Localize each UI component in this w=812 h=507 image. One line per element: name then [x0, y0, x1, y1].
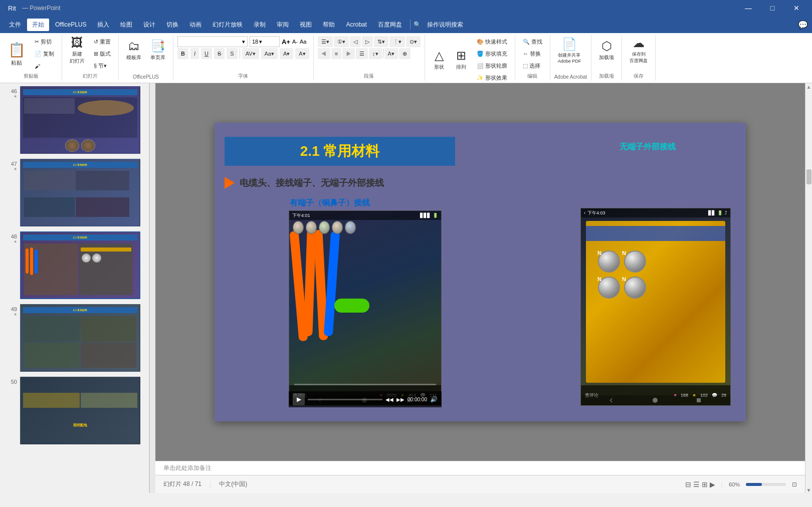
- menu-review[interactable]: 审阅: [272, 19, 294, 31]
- strikethrough-button[interactable]: S: [214, 48, 225, 59]
- align-left-button[interactable]: ⫷: [318, 48, 330, 59]
- volume-button[interactable]: 🔊: [430, 396, 438, 403]
- numbered-list-button[interactable]: ①▾: [334, 36, 349, 47]
- slide-img-50[interactable]: 照明配电: [20, 377, 140, 444]
- comment-icon[interactable]: 💬: [798, 20, 808, 30]
- replace-button[interactable]: ↔ 替换: [519, 48, 546, 59]
- slide-thumb-49[interactable]: 49 ★ 2.1 常用材料: [2, 303, 147, 373]
- menu-officeplus[interactable]: OfficePLUS: [50, 19, 91, 30]
- save-baidu-button[interactable]: ☁ 保存到百度网盘: [626, 36, 651, 64]
- menu-draw[interactable]: 绘图: [115, 19, 137, 31]
- font-color-button[interactable]: A▾: [280, 48, 293, 59]
- slide-img-48[interactable]: 2.1 常用材料: [20, 231, 140, 299]
- convert-smartart-btn[interactable]: ⊕: [399, 48, 411, 59]
- playback-controls[interactable]: ▶ ◀◀ ▶▶ 00:00:00 🔊: [289, 391, 442, 407]
- menu-design[interactable]: 设计: [138, 19, 160, 31]
- video-box-2[interactable]: ‹ 下午4:03 ▊▊ 🔋 ⤴: [580, 208, 731, 406]
- format-painter-button[interactable]: 🖌: [31, 61, 58, 72]
- shape-fill-button[interactable]: 🪣 形状填充: [473, 48, 511, 59]
- layout-button[interactable]: ⊞ 版式: [90, 48, 114, 59]
- close-button[interactable]: ✕: [785, 0, 808, 16]
- outline-view-button[interactable]: ☰: [693, 480, 700, 488]
- template-button[interactable]: 🗂 模板库: [123, 36, 145, 64]
- shadow-button[interactable]: S: [227, 48, 237, 59]
- slide-panel[interactable]: 46 ★ 2.1 常用材料 47 ★: [0, 83, 149, 493]
- menu-home[interactable]: 开始: [27, 19, 49, 31]
- minimize-button[interactable]: —: [737, 0, 760, 16]
- italic-button[interactable]: I: [190, 48, 199, 59]
- quickstyle-button[interactable]: 🎨 快速样式: [473, 36, 511, 47]
- bold-button[interactable]: B: [177, 48, 188, 59]
- maximize-button[interactable]: □: [761, 0, 784, 16]
- slide-thumb-46[interactable]: 46 ★ 2.1 常用材料: [2, 85, 147, 155]
- slide-img-47[interactable]: 2.1 常用材料: [20, 159, 140, 226]
- new-slide-button[interactable]: 🖼 新建幻灯片: [66, 36, 88, 64]
- decrease-font-button[interactable]: A-: [292, 39, 298, 45]
- justify-button[interactable]: ☰: [356, 48, 368, 59]
- comment-area[interactable]: 单击此处添加备注: [155, 461, 805, 475]
- select-button[interactable]: ⬚ 选择: [519, 60, 546, 71]
- slide-title-box[interactable]: 2.1 常用材料: [225, 137, 455, 166]
- menu-search[interactable]: 操作说明搜索: [422, 19, 468, 31]
- clear-format-button[interactable]: Aa: [300, 39, 306, 45]
- text-shadow-btn[interactable]: A▾: [384, 48, 398, 59]
- shape-effect-button[interactable]: ✨ 形状效果: [473, 72, 511, 83]
- video-box-1[interactable]: 下午4:01 ▊▊▊ 🔋: [289, 210, 442, 406]
- text-direction-button[interactable]: ⇅▾: [374, 36, 388, 47]
- scroll-down-btn[interactable]: ▼: [806, 487, 811, 493]
- grid-view-button[interactable]: ⊞: [702, 480, 708, 488]
- align-right-button[interactable]: ⫸: [342, 48, 355, 59]
- play-button[interactable]: ▶: [293, 393, 305, 405]
- slide-canvas[interactable]: 2.1 常用材料 电缆头、接线端子、无端子外部接线 有端子（铜鼻子）接线 无端子…: [215, 123, 746, 421]
- create-pdf-button[interactable]: 📄 创建并共享Adobe PDF: [554, 36, 585, 64]
- slide-thumb-48[interactable]: 48 ★ 2.1 常用材料: [2, 230, 147, 300]
- menu-animations[interactable]: 动画: [184, 19, 207, 31]
- section-button[interactable]: § 节▾: [90, 60, 114, 71]
- menu-slideshow[interactable]: 幻灯片放映: [208, 19, 248, 31]
- font-spacing-button[interactable]: AV▾: [242, 48, 259, 59]
- zoom-fit-button[interactable]: ⊡: [792, 481, 797, 488]
- cut-button[interactable]: ✂ 剪切: [31, 37, 58, 48]
- shape-button[interactable]: △ 形状: [429, 46, 449, 74]
- presenter-view-button[interactable]: ▶: [710, 480, 715, 488]
- align-center-button[interactable]: ≡: [331, 48, 341, 59]
- increase-font-button[interactable]: A+: [282, 38, 290, 46]
- menu-help[interactable]: 帮助: [318, 19, 340, 31]
- copy-button[interactable]: 📄 复制: [31, 49, 58, 60]
- slide-thumb-47[interactable]: 47 ★ 2.1 常用材料: [2, 158, 147, 227]
- scroll-track[interactable]: [805, 90, 812, 487]
- shape-outline-button[interactable]: ⬜ 形状轮廓: [473, 60, 511, 71]
- indent-increase-button[interactable]: ▷: [362, 36, 373, 47]
- paste-button[interactable]: 📋 粘贴: [4, 40, 29, 68]
- highlight-button[interactable]: A▾: [295, 48, 309, 59]
- next-frame-button[interactable]: ▶▶: [396, 397, 404, 402]
- right-scrollbar[interactable]: ▲ ▼: [805, 83, 812, 493]
- underline-button[interactable]: U: [201, 48, 212, 59]
- smartart-button[interactable]: ⊙▾: [406, 36, 421, 47]
- menu-view[interactable]: 视图: [295, 19, 317, 31]
- indent-decrease-button[interactable]: ◁: [350, 36, 361, 47]
- onepage-button[interactable]: 📑 单页库: [147, 36, 169, 64]
- bullet-list-button[interactable]: ☰▾: [318, 36, 333, 47]
- menu-insert[interactable]: 插入: [92, 19, 114, 31]
- font-size-combo[interactable]: 18 ▾: [250, 36, 280, 47]
- slide-img-49[interactable]: 2.1 常用材料: [20, 304, 140, 372]
- scroll-up-btn[interactable]: ▲: [806, 84, 811, 90]
- normal-view-button[interactable]: ⊟: [685, 480, 691, 488]
- reset-button[interactable]: ↺ 重置: [90, 36, 114, 47]
- menu-baidu[interactable]: 百度网盘: [373, 19, 407, 31]
- scroll-thumb[interactable]: [806, 169, 811, 184]
- slide-thumb-50[interactable]: 50 照明配电: [2, 376, 147, 445]
- line-spacing-button[interactable]: ↕▾: [369, 48, 382, 59]
- slide-bullet[interactable]: 电缆头、接线端子、无端子外部接线: [225, 177, 384, 189]
- addins-button[interactable]: ⬡ 加载项: [595, 36, 618, 64]
- col-button[interactable]: ⋮▾: [389, 36, 405, 47]
- menu-record[interactable]: 录制: [249, 19, 271, 31]
- font-name-combo[interactable]: ▾: [177, 36, 248, 47]
- menu-acrobat[interactable]: Acrobat: [341, 19, 371, 30]
- menu-file[interactable]: 文件: [4, 19, 26, 31]
- slide-panel-scrollbar[interactable]: [149, 83, 155, 493]
- zoom-slider[interactable]: [746, 483, 786, 486]
- menu-transitions[interactable]: 切换: [161, 19, 183, 31]
- prev-frame-button[interactable]: ◀◀: [385, 397, 393, 402]
